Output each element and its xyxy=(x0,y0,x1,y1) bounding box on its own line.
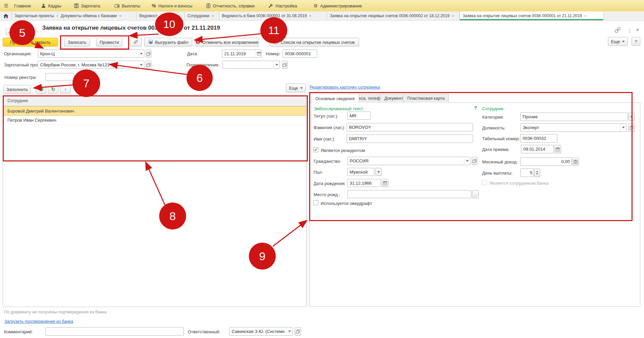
category-label: Категория: xyxy=(482,115,504,120)
gender-dropdown-button[interactable] xyxy=(375,168,382,176)
resident-checkbox[interactable]: ✓ xyxy=(313,147,318,152)
combo-arrow-icon[interactable] xyxy=(464,157,470,165)
edit-employee-card-link[interactable]: Редактировать карточку сотрудника xyxy=(310,85,380,90)
bank-employee-checkbox xyxy=(482,180,487,185)
tab-salary-projects[interactable]: Зарплатные проекты× xyxy=(12,12,58,20)
tab-home[interactable] xyxy=(0,12,12,20)
date-field[interactable]: 21.11.2019 xyxy=(222,50,262,58)
more-dots-icon[interactable]: ⋮ xyxy=(627,27,632,33)
combo-arrow-icon[interactable] xyxy=(138,50,144,57)
position-open-button[interactable] xyxy=(628,123,635,132)
annotation-circle-10: 10 xyxy=(155,12,183,36)
table-row[interactable]: Петров Иван Сергеевич xyxy=(3,116,306,125)
panel-tab-basic-info[interactable]: Основные сведения xyxy=(311,94,359,103)
tab-close-icon[interactable]: × xyxy=(309,14,311,18)
annotation-circle-7: 7 xyxy=(72,69,100,97)
project-open-button[interactable] xyxy=(146,61,151,69)
emboss-group-title: Эмбоссированный текст xyxy=(314,106,363,111)
category-combobox[interactable]: Прочие xyxy=(520,113,628,121)
menu-item-reports[interactable]: Отчетность, справки xyxy=(206,0,255,11)
form-more-button[interactable]: Еще xyxy=(608,37,628,46)
annotation-circle-8: 8 xyxy=(159,203,186,229)
citizenship-open-button[interactable] xyxy=(472,157,477,165)
menu-item-administration[interactable]: ⚙ Администрирование xyxy=(314,0,362,11)
department-combobox[interactable] xyxy=(223,61,280,69)
citizenship-combobox[interactable]: РОССИЯ xyxy=(347,157,470,165)
birthplace-select-button[interactable]: ... xyxy=(472,190,479,198)
menu-item-settings[interactable]: Настройка xyxy=(268,0,297,11)
load-confirmation-link[interactable]: Загрузить подтверждение из банка xyxy=(4,319,73,324)
cancel-all-corrections-button[interactable]: Отменить все исправления xyxy=(195,38,259,47)
refresh-button[interactable]: ↻ xyxy=(48,85,58,94)
income-calculator-button[interactable] xyxy=(572,157,579,166)
combo-arrow-icon[interactable] xyxy=(620,124,626,131)
overdraft-checkbox[interactable] xyxy=(313,200,318,205)
hire-date-field[interactable]: 09.01.2014 xyxy=(521,145,554,153)
birthplace-field[interactable] xyxy=(347,190,471,198)
title-lat-field[interactable]: MR xyxy=(347,112,371,120)
hamburger-menu-button[interactable]: ☰ xyxy=(4,0,8,11)
tab-close-icon[interactable]: × xyxy=(452,14,454,18)
project-combobox[interactable]: Сбербанк России, г. Москва №123 xyxy=(38,61,144,69)
table-row[interactable]: Боровой Дмитрий Валентинович xyxy=(3,106,306,116)
combo-arrow-icon[interactable] xyxy=(273,61,280,68)
menu-item-salary[interactable]: Зарплата xyxy=(74,0,100,11)
window-close-icon[interactable]: × xyxy=(636,27,639,33)
fill-button[interactable]: Заполнить xyxy=(3,85,31,94)
tab-close-icon[interactable]: × xyxy=(584,14,586,18)
home-icon xyxy=(3,14,8,18)
tab-close-icon[interactable]: × xyxy=(119,14,121,18)
favorite-star-icon[interactable]: ☆ xyxy=(34,28,39,34)
menu-item-taxes[interactable]: % Налоги и взносы xyxy=(152,0,193,11)
pay-day-field[interactable]: 5 xyxy=(520,168,534,177)
hire-date-calendar-button[interactable] xyxy=(554,145,561,153)
post-button[interactable]: Провести xyxy=(96,38,122,47)
combo-arrow-icon[interactable] xyxy=(138,61,144,68)
move-up-button[interactable]: ↑ xyxy=(60,85,71,94)
export-file-icon xyxy=(148,39,153,45)
responsible-combobox[interactable]: Савинская З.Ю. (Системн xyxy=(229,327,293,336)
menu-item-main[interactable]: Главное xyxy=(14,0,31,11)
firstname-lat-field[interactable]: DMITRIY xyxy=(347,134,473,143)
comment-field[interactable] xyxy=(46,327,184,336)
tab-application-2[interactable]: Заявка на открытие лицевых счетов 003К-0… xyxy=(327,12,460,20)
calendar-icon[interactable] xyxy=(256,50,262,57)
gender-combobox[interactable]: Мужской xyxy=(347,168,374,176)
add-row-button[interactable] xyxy=(35,85,46,94)
tab-application-1-active[interactable]: Заявка на открытие лицевых счетов 003К-0… xyxy=(460,11,604,20)
menu-item-payouts[interactable]: Выплаты xyxy=(115,0,140,11)
org-combobox[interactable]: Крон-Ц xyxy=(38,50,144,58)
employees-table-header[interactable]: Сотрудник xyxy=(3,96,306,106)
monthly-income-field[interactable]: 0,00 xyxy=(520,157,572,166)
number-field[interactable]: 003К-000001 xyxy=(283,50,317,58)
gear-icon: ⚙ xyxy=(314,3,318,8)
personnel-number-field[interactable]: 003К-00032 xyxy=(520,134,557,143)
birthdate-field[interactable]: 31.12.1966 xyxy=(347,179,381,187)
attach-button[interactable] xyxy=(130,38,142,47)
tab-employees[interactable]: Сотрудники× xyxy=(185,12,219,20)
org-open-button[interactable] xyxy=(146,50,151,58)
panel-help-icon[interactable]: ? xyxy=(474,105,477,111)
category-dropdown-button[interactable] xyxy=(628,113,635,121)
save-button[interactable]: Записать xyxy=(64,38,90,47)
get-link-icon[interactable] xyxy=(615,27,621,34)
panel-tab-plastic-card[interactable]: Пластиковая карта xyxy=(403,94,449,103)
responsible-open-button[interactable] xyxy=(295,327,301,336)
combo-arrow-icon[interactable] xyxy=(286,328,292,335)
tab-close-icon[interactable]: × xyxy=(212,14,214,18)
tab-bank-exchange-docs[interactable]: Документы обмена с банками× xyxy=(58,12,137,20)
position-combobox[interactable]: Эксперт xyxy=(520,123,626,132)
form-help-button[interactable]: ? xyxy=(632,37,640,46)
org-label: Организация: xyxy=(4,51,32,56)
panel-splitter[interactable] xyxy=(307,81,309,306)
table-more-button[interactable]: Еще xyxy=(286,84,306,92)
menu-item-hr[interactable]: Кадры xyxy=(41,0,61,11)
birthdate-calendar-button[interactable] xyxy=(382,179,388,187)
registry-number-field[interactable] xyxy=(46,73,74,81)
lastname-lat-field[interactable]: BOROVOY xyxy=(347,123,473,131)
department-open-button[interactable] xyxy=(282,61,288,69)
date-label: Дата: xyxy=(187,51,198,56)
main-menu-bar: ☰ Главное Кадры Зарплата Выплаты % Налог… xyxy=(0,0,644,12)
export-file-button[interactable]: Выгрузить файл xyxy=(144,38,192,47)
pay-day-stepper[interactable] xyxy=(534,168,540,177)
